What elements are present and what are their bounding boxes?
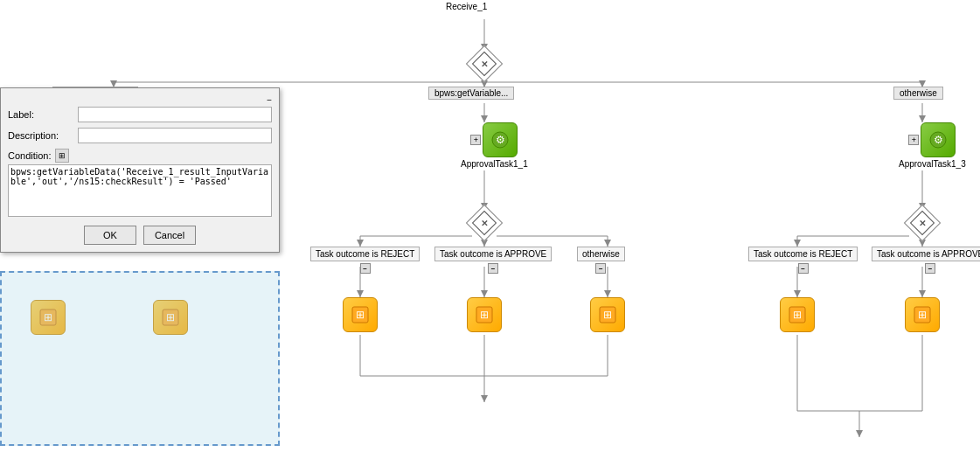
condition-reject-1-collapse[interactable]: −: [360, 263, 371, 274]
task-right-right[interactable]: ⊞: [905, 297, 940, 332]
receive-1-label: Receive_1: [446, 2, 487, 11]
approval-task-3-icon[interactable]: ⚙: [921, 122, 956, 157]
condition-otherwise-1-collapse[interactable]: −: [595, 263, 606, 274]
gateway-2-x-icon: ✕: [481, 219, 488, 228]
receive-1-node: Receive_1: [446, 2, 487, 11]
svg-text:⊞: ⊞: [356, 309, 365, 321]
var-label-right-text: otherwise: [893, 87, 943, 100]
dialog-condition-textarea[interactable]: [8, 164, 272, 217]
svg-text:⚙: ⚙: [496, 134, 505, 146]
task-center-left[interactable]: ⊞: [343, 297, 378, 332]
condition-approve-2-box[interactable]: Task outcome is APPROVE: [872, 247, 980, 261]
approval-task-1-label: ApprovalTask1_1: [461, 159, 528, 169]
right-gateway-3[interactable]: ✕: [909, 210, 935, 236]
svg-text:⊞: ⊞: [603, 309, 612, 321]
approval-task-1-container: + ⚙ ApprovalTask1_1: [461, 122, 528, 169]
approval-task-1-icon[interactable]: ⚙: [483, 122, 518, 157]
approval-task-3-expand[interactable]: +: [908, 135, 919, 145]
dialog-label-input[interactable]: [78, 107, 272, 122]
condition-approve-1-box[interactable]: Task outcome is APPROVE: [434, 247, 552, 261]
dialog-description-text: Description:: [8, 130, 78, 141]
dialog-label-text: Label:: [8, 109, 78, 120]
condition-reject-1-box[interactable]: Task outcome is REJECT: [310, 247, 420, 261]
dialog-description-field: Description:: [8, 128, 272, 143]
task-center-right[interactable]: ⊞: [590, 297, 625, 332]
condition-reject-2-box[interactable]: Task outcome is REJECT: [748, 247, 858, 261]
var-label-right[interactable]: otherwise: [893, 87, 943, 98]
var-label-center[interactable]: bpws:getVariable...: [428, 87, 514, 98]
condition-approve-1-collapse[interactable]: −: [488, 263, 498, 274]
svg-text:⊞: ⊞: [793, 309, 802, 321]
condition-otherwise-1-box[interactable]: otherwise: [577, 247, 625, 261]
approval-task-3-label: ApprovalTask1_3: [899, 159, 966, 169]
svg-text:⚙: ⚙: [934, 134, 943, 146]
dialog-label-field: Label:: [8, 107, 272, 122]
gateway-x-icon: ✕: [481, 59, 488, 69]
dialog-ok-button[interactable]: OK: [84, 226, 136, 245]
top-gateway[interactable]: ✕: [471, 51, 497, 77]
center-gateway-2[interactable]: ✕: [471, 210, 497, 236]
selection-box: [0, 271, 280, 446]
dialog-description-input[interactable]: [78, 128, 272, 143]
approval-task-3-container: + ⚙ ApprovalTask1_3: [899, 122, 966, 169]
var-label-center-text: bpws:getVariable...: [428, 87, 514, 100]
condition-dialog: − Label: Description: Condition: ⊞ OK Ca…: [0, 87, 280, 253]
svg-text:⊞: ⊞: [918, 309, 927, 321]
dialog-condition-icon-btn[interactable]: ⊞: [55, 149, 69, 163]
svg-text:⊞: ⊞: [480, 309, 489, 321]
dialog-condition-label-row: Condition: ⊞: [8, 149, 272, 163]
dialog-cancel-button[interactable]: Cancel: [143, 226, 196, 245]
condition-approve-2-collapse[interactable]: −: [925, 263, 935, 274]
dialog-condition-label-text: Condition:: [8, 150, 52, 161]
gateway-3-x-icon: ✕: [919, 219, 926, 228]
condition-approve-2-container: Task outcome is APPROVE −: [872, 247, 980, 274]
approval-task-1-expand[interactable]: +: [470, 135, 481, 145]
task-center-mid[interactable]: ⊞: [467, 297, 502, 332]
condition-otherwise-1-container: otherwise −: [577, 247, 625, 274]
condition-approve-1-container: Task outcome is APPROVE −: [434, 247, 552, 274]
dialog-close-icon[interactable]: −: [267, 95, 272, 105]
condition-reject-1-container: Task outcome is REJECT −: [310, 247, 420, 274]
task-right-left[interactable]: ⊞: [780, 297, 815, 332]
condition-reject-2-collapse[interactable]: −: [798, 263, 809, 274]
condition-reject-2-container: Task outcome is REJECT −: [748, 247, 858, 274]
dialog-buttons: OK Cancel: [8, 226, 272, 245]
